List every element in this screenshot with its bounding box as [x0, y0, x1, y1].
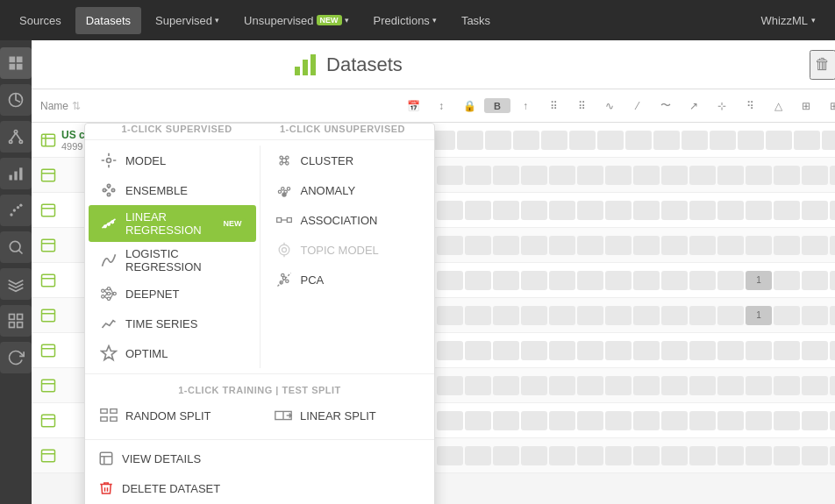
cluster-item[interactable]: CLUSTER [264, 146, 432, 175]
cell [521, 411, 547, 430]
cell [661, 306, 688, 325]
cell [774, 236, 800, 255]
optiml-item[interactable]: OPTIML [89, 338, 256, 368]
action-section: VIEW DETAILS DELETE DATASET M [85, 439, 434, 504]
cell [521, 271, 547, 290]
delete-dataset-icon [97, 479, 115, 497]
cell [774, 306, 800, 325]
cell [802, 166, 828, 185]
cell [437, 411, 463, 430]
association-item[interactable]: ASSOCIATION [264, 205, 432, 235]
svg-point-14 [13, 209, 16, 211]
th-col-last: ⊞ [821, 98, 835, 113]
delete-dataset-item[interactable]: DELETE DATASET [85, 473, 434, 503]
th-col-line: ∿ [596, 98, 623, 113]
optiml-icon [99, 344, 118, 363]
cell [802, 306, 828, 325]
cell [605, 376, 632, 395]
sidebar-icon-chart[interactable] [0, 84, 32, 116]
sidebar-icon-search[interactable] [0, 231, 32, 263]
svg-point-17 [10, 241, 20, 252]
cell [577, 341, 603, 360]
deepnet-item[interactable]: DEEPNET [89, 279, 256, 309]
cell [689, 341, 716, 360]
cell [577, 166, 603, 185]
cell [661, 271, 688, 290]
supervised-section-title: 1-CLICK SUPERVISED [94, 124, 260, 134]
cell [605, 306, 632, 325]
trash-button[interactable]: 🗑 [810, 50, 835, 80]
time-series-item[interactable]: TIME SERIES [89, 309, 256, 338]
anomaly-item[interactable]: ANOMALY [264, 175, 432, 205]
logistic-regression-item[interactable]: LOGISTIC REGRESSION [89, 242, 256, 279]
cell [605, 166, 632, 185]
cell [717, 306, 744, 325]
dataset-icon [40, 308, 56, 323]
nav-unsupervised[interactable]: Unsupervised NEW ▾ [233, 7, 360, 34]
cell [577, 446, 603, 465]
nav-datasets[interactable]: Datasets [75, 7, 141, 34]
ensemble-item[interactable]: ENSEMBLE [89, 175, 256, 205]
linear-regression-new-badge: NEW [220, 218, 246, 229]
unsupervised-section-title: 1-CLICK UNSUPERVISED [260, 124, 425, 134]
th-col-scatter: ⠻ [737, 98, 763, 113]
cell [689, 446, 716, 465]
th-col-wave: 〜 [653, 98, 679, 113]
nav-user[interactable]: WhizzML ▾ [751, 7, 826, 34]
svg-point-48 [103, 188, 105, 191]
ensemble-icon [99, 181, 118, 200]
cell [437, 201, 463, 220]
cell [605, 411, 632, 430]
pca-item[interactable]: PCA [264, 265, 432, 295]
sidebar-icon-scatter[interactable] [0, 195, 32, 226]
svg-rect-39 [42, 344, 55, 357]
svg-point-55 [104, 225, 107, 228]
sidebar-icon-all[interactable] [0, 47, 32, 79]
sidebar-icon-grid[interactable] [0, 305, 32, 337]
cell [493, 341, 519, 360]
svg-rect-10 [10, 175, 12, 181]
svg-rect-24 [303, 60, 308, 75]
linear-regression-item[interactable]: LINEAR REGRESSION NEW [89, 205, 256, 242]
dataset-icon [40, 167, 56, 183]
cell [493, 201, 519, 220]
model-icon [99, 151, 118, 170]
model-item[interactable]: MODEL [89, 146, 256, 175]
sidebar-icon-layer[interactable] [0, 268, 32, 300]
th-col-tri: △ [765, 98, 791, 113]
cell [577, 236, 603, 255]
random-split-item[interactable]: RANDOM SPLIT [89, 401, 256, 430]
sidebar-icon-bar[interactable] [0, 158, 32, 189]
cell [605, 271, 632, 290]
dataset-icon [40, 448, 56, 464]
th-col-1: 📅 [400, 98, 426, 113]
nav-supervised[interactable]: Supervised ▾ [145, 7, 230, 34]
sort-icon[interactable]: ⇅ [72, 100, 81, 112]
nav-predictions[interactable]: Predictions ▾ [363, 7, 447, 34]
cell [465, 446, 491, 465]
svg-point-7 [19, 140, 22, 143]
sidebar-icon-refresh[interactable] [0, 342, 32, 373]
nav-sources[interactable]: Sources [9, 7, 72, 34]
view-details-item[interactable]: VIEW DETAILS [85, 444, 434, 473]
linear-split-icon [274, 406, 293, 425]
pca-icon [275, 270, 294, 289]
linear-split-item[interactable]: LINEAR SPLIT [263, 401, 431, 430]
cell [661, 446, 688, 465]
cell [521, 341, 547, 360]
svg-point-80 [287, 188, 289, 190]
cell [689, 236, 716, 255]
cell [717, 341, 744, 360]
sidebar-icon-network[interactable] [0, 121, 32, 153]
svg-rect-29 [42, 169, 55, 181]
cell [605, 341, 632, 360]
th-col-dots1: ⠿ [540, 98, 567, 113]
svg-rect-21 [10, 323, 15, 328]
nav-tasks[interactable]: Tasks [451, 7, 501, 34]
svg-point-47 [107, 159, 111, 163]
split-items: RANDOM SPLIT LINEAR SPLIT [85, 397, 434, 434]
cell [802, 376, 828, 395]
cell [605, 201, 632, 220]
cell [746, 201, 772, 220]
svg-point-92 [281, 273, 283, 276]
